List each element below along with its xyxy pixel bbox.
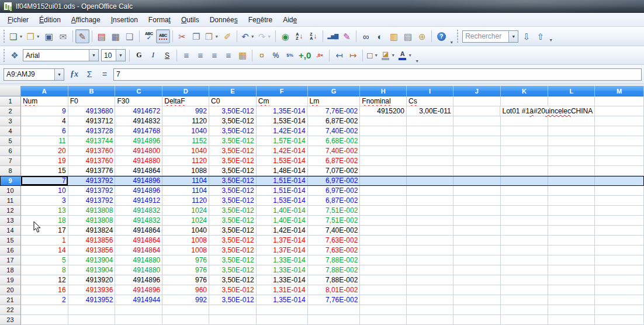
name-box-dropdown[interactable]: ▼: [54, 69, 64, 80]
cell-E19[interactable]: 3,50E-012: [209, 275, 257, 285]
borders-button[interactable]: □▼: [365, 49, 380, 63]
row-header-4[interactable]: 4: [0, 126, 21, 136]
cell-K20[interactable]: [501, 285, 549, 295]
column-header-K[interactable]: K: [501, 86, 549, 96]
cell-E15[interactable]: 3,50E-012: [209, 236, 257, 246]
cell-E20[interactable]: 3,50E-012: [209, 285, 257, 295]
cell-I3[interactable]: [407, 116, 453, 126]
cell-G14[interactable]: 7,40E-002: [308, 226, 361, 236]
cell-M3[interactable]: [595, 116, 644, 126]
cell-J4[interactable]: [453, 126, 501, 136]
font-name-combo-dropdown[interactable]: ▼: [89, 50, 98, 61]
cell-B8[interactable]: 4913776: [68, 166, 116, 176]
column-header-J[interactable]: J: [453, 86, 501, 96]
dropdown-arrow-icon[interactable]: ▼: [19, 34, 23, 39]
cell-K21[interactable]: [501, 295, 549, 305]
row-header-21[interactable]: 21: [0, 295, 21, 305]
data-sources-button[interactable]: ▤: [401, 29, 415, 43]
cell-B10[interactable]: 4913792: [68, 186, 116, 196]
row-header-5[interactable]: 5: [0, 136, 21, 146]
standard-format-button[interactable]: $%: [283, 49, 297, 63]
cell-E18[interactable]: 3,50E-012: [209, 265, 257, 275]
menu-outils[interactable]: Outils: [176, 14, 205, 26]
cell-G8[interactable]: 7,07E-002: [308, 166, 361, 176]
cell-M23[interactable]: [595, 315, 644, 325]
cell-I17[interactable]: [407, 255, 453, 265]
cell-B5[interactable]: 4913744: [68, 136, 116, 146]
cell-E1[interactable]: C0: [209, 96, 257, 106]
cell-J9[interactable]: [453, 176, 501, 186]
cell-M10[interactable]: [595, 186, 644, 196]
cell-L21[interactable]: [548, 295, 595, 305]
cell-A16[interactable]: 14: [21, 246, 68, 255]
dropdown-arrow-icon[interactable]: ▼: [214, 34, 219, 39]
cell-L6[interactable]: [548, 146, 595, 156]
cell-F19[interactable]: 1,33E-014: [257, 275, 308, 285]
cell-C18[interactable]: 4914880: [115, 265, 162, 275]
cell-H6[interactable]: [360, 146, 407, 156]
cell-G17[interactable]: 7,88E-002: [308, 255, 361, 265]
insert-chart-button[interactable]: ▂▅▇: [326, 29, 340, 43]
cell-K10[interactable]: [501, 186, 549, 196]
cell-A17[interactable]: 5: [21, 255, 68, 265]
navigator-button[interactable]: ◐: [373, 29, 387, 43]
cell-J8[interactable]: [453, 166, 501, 176]
menu-fenetre[interactable]: Fenêtre: [243, 14, 278, 26]
cell-M17[interactable]: [595, 255, 644, 265]
cell-B6[interactable]: 4913760: [68, 146, 116, 156]
toolbar-grip[interactable]: [455, 30, 459, 43]
cell-K18[interactable]: [501, 265, 549, 275]
standard-toolbar-overflow[interactable]: ▼: [449, 40, 453, 44]
cell-F2[interactable]: 1,35E-014: [257, 106, 308, 116]
cell-L7[interactable]: [548, 156, 595, 166]
cell-M16[interactable]: [595, 246, 644, 255]
column-header-E[interactable]: E: [209, 86, 257, 96]
page-preview-button[interactable]: ❑: [123, 29, 137, 43]
cell-H10[interactable]: [360, 186, 407, 196]
cell-J22[interactable]: [453, 305, 501, 315]
cell-B21[interactable]: 4913952: [68, 295, 116, 305]
cell-I20[interactable]: [407, 285, 453, 295]
cell-D3[interactable]: 1120: [162, 116, 209, 126]
cell-H18[interactable]: [360, 265, 407, 275]
row-header-8[interactable]: 8: [0, 166, 21, 176]
font-color-button[interactable]: A▼: [397, 49, 414, 63]
cell-F5[interactable]: 1,57E-014: [257, 136, 308, 146]
cell-L10[interactable]: [548, 186, 595, 196]
menu-edition[interactable]: Édition: [34, 14, 66, 26]
cell-A14[interactable]: 17: [21, 226, 68, 236]
cell-E11[interactable]: 3,50E-012: [209, 196, 257, 206]
cell-I14[interactable]: [407, 226, 453, 236]
cell-F3[interactable]: 1,53E-014: [257, 116, 308, 126]
cell-L22[interactable]: [548, 305, 595, 315]
cell-D22[interactable]: [162, 305, 209, 315]
cell-D15[interactable]: 1008: [162, 236, 209, 246]
cell-F12[interactable]: 1,40E-014: [257, 206, 308, 216]
sum-icon[interactable]: Σ: [83, 70, 96, 79]
save-document-button[interactable]: ▣: [42, 29, 56, 43]
row-header-6[interactable]: 6: [0, 146, 21, 156]
cell-I21[interactable]: [407, 295, 453, 305]
menu-aide[interactable]: Aide: [278, 14, 302, 26]
toolbar-grip[interactable]: [2, 30, 6, 43]
cell-I13[interactable]: [407, 216, 453, 226]
cell-B14[interactable]: 4913824: [68, 226, 116, 236]
cell-H22[interactable]: [360, 305, 407, 315]
cell-B23[interactable]: [68, 315, 116, 325]
export-pdf-button[interactable]: ▤: [95, 29, 109, 43]
cell-E9[interactable]: 3,50E-012: [209, 176, 257, 186]
cell-H5[interactable]: [360, 136, 407, 146]
cell-M13[interactable]: [595, 216, 644, 226]
cell-I16[interactable]: [407, 246, 453, 255]
cell-L19[interactable]: [548, 275, 595, 285]
cell-M18[interactable]: [595, 265, 644, 275]
cell-A20[interactable]: 16: [21, 285, 68, 295]
cell-K19[interactable]: [501, 275, 549, 285]
cell-I19[interactable]: [407, 275, 453, 285]
cell-M8[interactable]: [595, 166, 644, 176]
cell-D6[interactable]: 1040: [162, 146, 209, 156]
cell-G3[interactable]: 6,87E-002: [308, 116, 361, 126]
cell-K8[interactable]: [501, 166, 549, 176]
cell-I7[interactable]: [407, 156, 453, 166]
edit-file-button[interactable]: ✎: [75, 29, 89, 43]
